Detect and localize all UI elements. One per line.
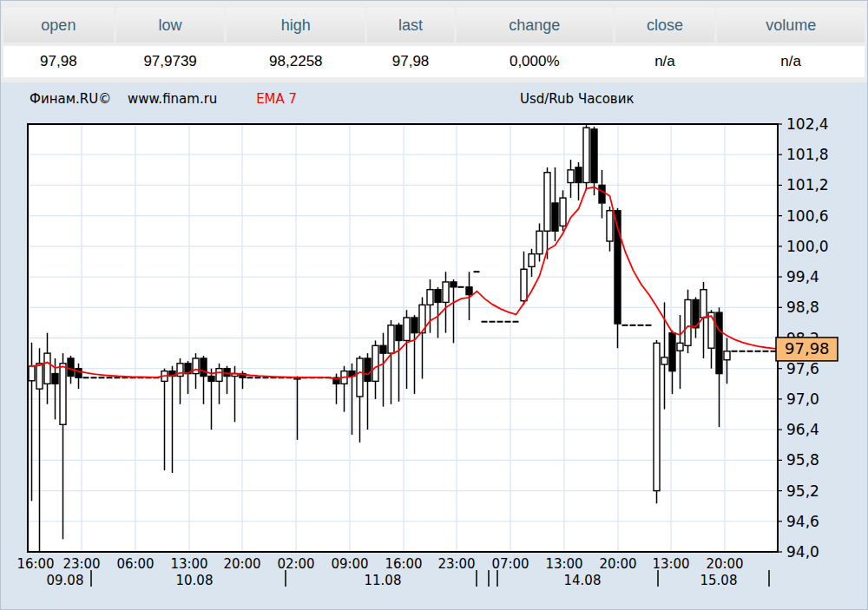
candle-body-down <box>52 374 58 384</box>
x-time-label: 20:00 <box>706 556 743 572</box>
y-tick-label: 94,6 <box>786 513 819 530</box>
x-date-label: 09.08 <box>47 573 84 588</box>
x-time-label: 16:00 <box>385 556 422 572</box>
x-axis-times: 16:0023:0006:0013:0020:0002:0009:0016:00… <box>16 556 743 572</box>
quote-close-value: n/a <box>615 46 715 77</box>
site-label: www.finam.ru <box>128 91 217 107</box>
x-time-label: 09:00 <box>331 556 368 572</box>
quote-header-row: open low high last change close volume <box>3 8 865 43</box>
candle-body-up <box>372 345 378 381</box>
y-tick-label: 97,6 <box>786 360 819 377</box>
price-chart: 102,4101,8101,2100,6100,099,498,898,297,… <box>1 82 868 610</box>
quote-col-close-label: close <box>615 8 715 43</box>
candle-body-up <box>568 170 574 183</box>
quote-open-value: 97,98 <box>3 46 114 77</box>
x-time-label: 13:00 <box>170 556 207 572</box>
candle-body-down <box>208 377 214 382</box>
candle-body-up <box>677 343 683 351</box>
brand-label: Финам.RU© <box>30 91 111 107</box>
candle-body-down <box>411 318 418 333</box>
candle-body-down <box>591 129 597 183</box>
quote-bar: open low high last change close volume 9… <box>1 1 867 82</box>
candle-body-up <box>388 325 394 353</box>
candle-body-down <box>716 312 722 373</box>
x-time-label: 23:00 <box>437 556 475 572</box>
candle-body-up <box>60 364 66 424</box>
candle-body-down <box>466 287 472 295</box>
candle-body-up <box>700 290 707 318</box>
candle-body-down <box>365 358 371 381</box>
quote-low-value: 97,9739 <box>116 46 225 77</box>
x-time-label: 13:00 <box>652 556 689 572</box>
candle-body-up <box>583 128 589 182</box>
y-tick-label: 95,2 <box>786 482 819 500</box>
y-tick-label: 101,8 <box>786 146 829 163</box>
candle-body-up <box>529 254 535 267</box>
quote-col-low-label: low <box>116 8 225 43</box>
quote-col-last-label: last <box>367 8 454 43</box>
candle-body-down <box>552 203 558 231</box>
candle-body-up <box>544 173 550 231</box>
quote-volume-value: n/a <box>717 46 865 77</box>
x-time-label: 02:00 <box>277 556 314 572</box>
quote-values-row: 97,98 97,9739 98,2258 97,98 0,000% n/a n… <box>3 46 865 77</box>
x-time-label: 06:00 <box>116 556 154 572</box>
candle-body-up <box>536 231 542 253</box>
candle-body-up <box>404 318 410 340</box>
candle-body-down <box>380 345 386 353</box>
candle-body-up <box>357 358 363 397</box>
candle-body-up <box>29 366 35 381</box>
candle-body-down <box>669 333 675 371</box>
candle-body-down <box>201 358 207 377</box>
x-time-label: 07:00 <box>491 556 529 572</box>
x-date-label: 10.08 <box>176 573 214 588</box>
y-tick-label: 100,6 <box>786 207 829 225</box>
candle-body-up <box>607 211 613 241</box>
y-tick-label: 100,0 <box>786 238 829 255</box>
x-time-label: 20:00 <box>223 556 260 572</box>
finam-chart-widget: open low high last change close volume 9… <box>0 0 868 610</box>
chart-branding: Финам.RU© www.finam.ru EMA 7 <box>30 91 297 107</box>
x-axis-dates: 09.0810.0811.0814.0815.08 <box>47 570 769 588</box>
chart-section: Финам.RU© www.finam.ru EMA 7 Usd/Rub Час… <box>1 82 867 610</box>
y-tick-label: 98,8 <box>786 298 819 316</box>
quote-high-value: 98,2258 <box>227 46 365 77</box>
y-tick-label: 99,4 <box>786 268 819 285</box>
candle-body-up <box>443 282 449 302</box>
x-date-label: 14.08 <box>564 573 602 588</box>
candle-body-up <box>724 351 730 360</box>
ema-legend-label: EMA 7 <box>256 91 297 107</box>
x-time-label: 13:00 <box>545 556 582 572</box>
candle-body-up <box>44 353 50 384</box>
x-time-label: 20:00 <box>599 556 636 572</box>
candle-body-up <box>560 198 566 226</box>
candle-body-down <box>68 358 74 377</box>
x-date-label: 15.08 <box>700 573 738 588</box>
candle-body-down <box>575 167 582 183</box>
x-time-label: 16:00 <box>16 556 54 572</box>
y-tick-label: 101,2 <box>786 176 829 193</box>
candle-body-down <box>450 282 457 287</box>
candle-body-up <box>216 369 222 382</box>
instrument-title: Usd/Rub Часовик <box>520 91 634 107</box>
candle-body-up <box>521 269 527 300</box>
y-tick-label: 96,4 <box>786 421 819 438</box>
y-tick-label: 97,0 <box>786 390 819 408</box>
x-time-label: 23:00 <box>62 556 100 572</box>
candle-body-up <box>427 290 433 305</box>
quote-last-value: 97,98 <box>367 46 454 77</box>
quote-change-value: 0,000% <box>457 46 613 77</box>
candle-body-up <box>685 299 691 345</box>
candle-body-up <box>708 312 714 348</box>
candle-body-up <box>661 357 667 364</box>
candle-body-down <box>396 325 402 341</box>
candle-body-up <box>36 364 43 389</box>
candle-body-down <box>599 185 605 203</box>
y-tick-label: 95,8 <box>786 451 819 469</box>
y-tick-label: 102,4 <box>786 115 829 133</box>
quote-col-open-label: open <box>3 8 114 43</box>
y-tick-label: 94,0 <box>786 543 819 561</box>
quote-col-change-label: change <box>457 8 613 43</box>
quote-col-high-label: high <box>227 8 365 43</box>
x-date-label: 11.08 <box>365 573 402 588</box>
